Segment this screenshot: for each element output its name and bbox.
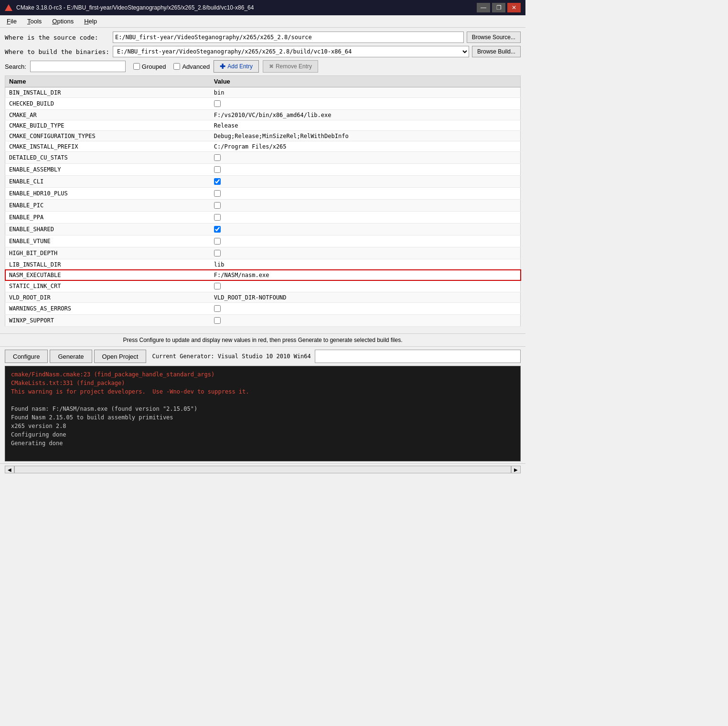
cell-value[interactable]: Release [210, 120, 521, 131]
table-row[interactable]: CMAKE_ARF:/vs2010/VC/bin/x86_amd64/lib.e… [5, 110, 521, 120]
row-checkbox[interactable] [214, 166, 221, 173]
generate-button[interactable]: Generate [50, 350, 92, 363]
row-checkbox[interactable] [214, 226, 221, 233]
search-input[interactable] [30, 61, 126, 72]
scroll-left-button[interactable]: ◀ [5, 466, 14, 473]
menu-options[interactable]: Options [47, 16, 78, 26]
status-text: Press Configure to update and display ne… [123, 337, 402, 343]
row-checkbox[interactable] [214, 100, 221, 107]
cell-value[interactable] [210, 315, 521, 327]
cell-value[interactable] [210, 164, 521, 176]
cell-value[interactable]: bin [210, 87, 521, 98]
table-row[interactable]: CHECKED_BUILD [5, 98, 521, 110]
grouped-checkbox[interactable] [133, 63, 140, 70]
build-dropdown[interactable]: E:/NBU_first-year/VideoSteganography/x26… [113, 46, 469, 57]
row-checkbox[interactable] [214, 317, 221, 324]
cell-value[interactable]: F:/vs2010/VC/bin/x86_amd64/lib.exe [210, 110, 521, 120]
table-row[interactable]: WARNINGS_AS_ERRORS [5, 303, 521, 315]
table-row[interactable]: ENABLE_PIC [5, 200, 521, 212]
table-row[interactable]: ENABLE_CLI [5, 176, 521, 188]
table-row[interactable]: WINXP_SUPPORT [5, 315, 521, 327]
table-row[interactable]: NASM_EXECUTABLEF:/NASM/nasm.exe [5, 270, 521, 280]
log-line [11, 396, 514, 405]
menu-file[interactable]: File [2, 16, 21, 26]
status-area: Press Configure to update and display ne… [0, 333, 525, 347]
cell-name: CMAKE_BUILD_TYPE [5, 120, 210, 131]
table-row[interactable]: VLD_ROOT_DIRVLD_ROOT_DIR-NOTFOUND [5, 292, 521, 303]
table-row[interactable]: DETAILED_CU_STATS [5, 152, 521, 164]
restore-button[interactable]: ❐ [492, 3, 505, 12]
horizontal-scrollbar[interactable] [14, 466, 511, 473]
log-line: This warning is for project developers. … [11, 387, 514, 396]
log-area[interactable]: cmake/FindNasm.cmake:23 (find_package_ha… [5, 366, 521, 461]
cell-name: CMAKE_INSTALL_PREFIX [5, 141, 210, 152]
minimize-button[interactable]: — [477, 3, 490, 12]
cell-value[interactable] [210, 280, 521, 292]
add-entry-button[interactable]: ✚ Add Entry [214, 60, 259, 73]
x-icon: ✖ [269, 63, 274, 70]
generator-input[interactable] [315, 350, 521, 363]
table-row[interactable]: ENABLE_HDR10_PLUS [5, 188, 521, 200]
row-checkbox[interactable] [214, 283, 221, 289]
source-input[interactable] [113, 32, 464, 43]
table-row[interactable]: ENABLE_SHARED [5, 224, 521, 235]
row-checkbox[interactable] [214, 154, 221, 161]
bottom-buttons: Configure Generate Open Project Current … [0, 347, 525, 366]
table-row[interactable]: STATIC_LINK_CRT [5, 280, 521, 292]
cell-value[interactable] [210, 235, 521, 247]
table-row[interactable]: CMAKE_BUILD_TYPERelease [5, 120, 521, 131]
open-project-button[interactable]: Open Project [94, 350, 147, 363]
table-row[interactable]: HIGH_BIT_DEPTH [5, 247, 521, 259]
table-row[interactable]: BIN_INSTALL_DIRbin [5, 87, 521, 98]
row-checkbox[interactable] [214, 178, 221, 185]
row-checkbox[interactable] [214, 214, 221, 221]
main-panel: Where is the source code: Browse Source.… [0, 28, 525, 333]
cell-value[interactable] [210, 247, 521, 259]
scroll-right-button[interactable]: ▶ [511, 466, 521, 473]
grouped-label[interactable]: Grouped [142, 63, 166, 70]
row-checkbox[interactable] [214, 238, 221, 245]
cell-name: HIGH_BIT_DEPTH [5, 247, 210, 259]
menu-bar: File Tools Options Help [0, 15, 525, 28]
cell-value[interactable] [210, 188, 521, 200]
close-button[interactable]: ✕ [507, 3, 521, 12]
search-bar: Search: Grouped Advanced ✚ Add Entry ✖ R… [5, 60, 521, 73]
cell-value[interactable] [210, 224, 521, 235]
cell-value[interactable]: lib [210, 259, 521, 270]
generator-text: Current Generator: Visual Studio 10 2010… [152, 353, 310, 360]
cell-value[interactable] [210, 200, 521, 212]
row-checkbox[interactable] [214, 305, 221, 312]
configure-button[interactable]: Configure [5, 350, 48, 363]
table-row[interactable]: ENABLE_PPA [5, 212, 521, 224]
cell-value[interactable]: F:/NASM/nasm.exe [210, 270, 521, 280]
cell-value[interactable] [210, 303, 521, 315]
cell-value[interactable]: VLD_ROOT_DIR-NOTFOUND [210, 292, 521, 303]
cell-name: ENABLE_CLI [5, 176, 210, 188]
cell-name: WARNINGS_AS_ERRORS [5, 303, 210, 315]
row-checkbox[interactable] [214, 250, 221, 256]
log-line: x265 version 2.8 [11, 422, 514, 430]
log-line: CMakeLists.txt:331 (find_package) [11, 379, 514, 387]
row-checkbox[interactable] [214, 202, 221, 209]
table-row[interactable]: CMAKE_INSTALL_PREFIXC:/Program Files/x26… [5, 141, 521, 152]
cell-name: ENABLE_VTUNE [5, 235, 210, 247]
table-row[interactable]: ENABLE_ASSEMBLY [5, 164, 521, 176]
cell-value[interactable]: Debug;Release;MinSizeRel;RelWithDebInfo [210, 131, 521, 141]
cell-name: STATIC_LINK_CRT [5, 280, 210, 292]
table-row[interactable]: ENABLE_VTUNE [5, 235, 521, 247]
cell-value[interactable] [210, 212, 521, 224]
table-row[interactable]: LIB_INSTALL_DIRlib [5, 259, 521, 270]
advanced-label[interactable]: Advanced [182, 63, 210, 70]
cell-value[interactable] [210, 152, 521, 164]
cell-value[interactable] [210, 98, 521, 110]
advanced-checkbox[interactable] [173, 63, 180, 70]
cell-value[interactable] [210, 176, 521, 188]
row-checkbox[interactable] [214, 190, 221, 197]
browse-source-button[interactable]: Browse Source... [467, 32, 521, 43]
remove-entry-button[interactable]: ✖ Remove Entry [263, 60, 318, 73]
menu-help[interactable]: Help [79, 16, 102, 26]
menu-tools[interactable]: Tools [22, 16, 46, 26]
table-row[interactable]: CMAKE_CONFIGURATION_TYPESDebug;Release;M… [5, 131, 521, 141]
browse-build-button[interactable]: Browse Build... [472, 46, 521, 57]
cell-value[interactable]: C:/Program Files/x265 [210, 141, 521, 152]
